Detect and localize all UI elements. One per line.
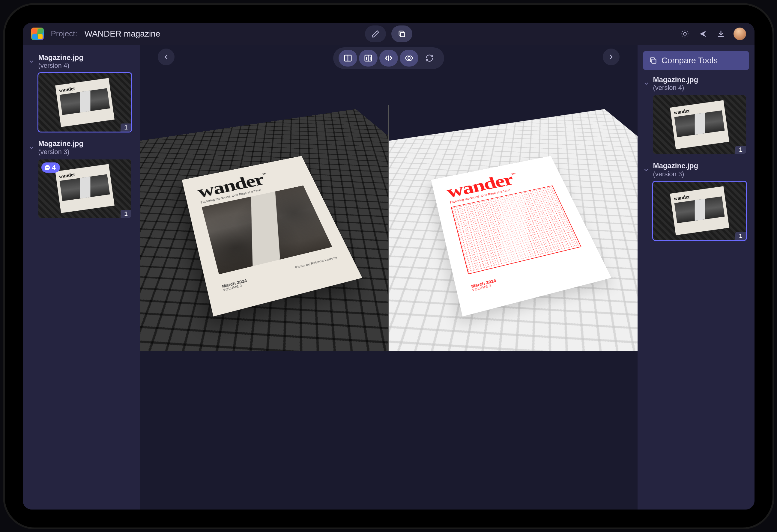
page-count-badge: 1 xyxy=(121,124,131,132)
version-filename: Magazine.jpg xyxy=(653,76,698,84)
svg-point-1 xyxy=(683,32,686,35)
page-count-badge: 1 xyxy=(121,210,131,218)
version-thumbnail[interactable]: wander 1 xyxy=(653,95,746,154)
annotate-mode-button[interactable] xyxy=(365,25,386,42)
project-name: WANDER magazine xyxy=(85,29,160,39)
split-vertical-icon xyxy=(343,54,352,62)
duplicate-icon xyxy=(649,56,657,65)
version-number: (version 3) xyxy=(38,148,84,156)
version-header[interactable]: Magazine.jpg (version 3) xyxy=(28,139,134,156)
version-group: Magazine.jpg (version 4) wander 1 xyxy=(643,76,749,154)
chevron-left-icon xyxy=(162,53,170,61)
version-filename: Magazine.jpg xyxy=(653,161,698,170)
top-right-actions xyxy=(679,28,746,40)
download-icon xyxy=(717,30,725,38)
version-header[interactable]: Magazine.jpg (version 4) xyxy=(28,53,134,70)
swap-icon xyxy=(384,54,393,62)
page-count-badge: 1 xyxy=(735,146,746,154)
refresh-button[interactable] xyxy=(420,50,439,66)
tablet-frame: Project: WANDER magazine xyxy=(5,5,773,528)
top-bar: Project: WANDER magazine xyxy=(23,23,755,45)
chevron-down-icon xyxy=(643,80,650,87)
download-button[interactable] xyxy=(715,28,726,39)
version-group: Magazine.jpg (version 4) wander 1 xyxy=(28,53,134,132)
version-filename: Magazine.jpg xyxy=(38,139,84,148)
version-header[interactable]: Magazine.jpg (version 3) xyxy=(643,161,749,178)
trademark: ™ xyxy=(262,172,266,176)
version-group: Magazine.jpg (version 3) wander 1 xyxy=(643,161,749,240)
compare-pane-left[interactable]: wander™ Exploring the World, One Page at… xyxy=(140,105,389,351)
right-sidebar: Compare Tools Magazine.jpg (version 4) xyxy=(638,45,755,510)
main-area: Magazine.jpg (version 4) wander 1 xyxy=(23,45,755,510)
version-group: Magazine.jpg (version 3) wander xyxy=(28,139,134,218)
share-icon xyxy=(699,30,707,38)
split-book-icon xyxy=(364,54,373,62)
svg-point-4 xyxy=(48,167,48,168)
refresh-icon xyxy=(425,54,434,62)
canvas-area: wander™ Exploring the World, One Page at… xyxy=(140,45,638,510)
svg-rect-13 xyxy=(652,59,656,63)
overlay-button[interactable] xyxy=(400,50,418,66)
version-filename: Magazine.jpg xyxy=(38,53,84,62)
overlay-icon xyxy=(405,54,414,62)
chevron-right-icon xyxy=(607,53,615,61)
compare-tools-title: Compare Tools xyxy=(662,56,718,65)
side-by-side-button[interactable] xyxy=(339,50,357,66)
svg-rect-0 xyxy=(400,32,405,36)
swap-sides-button[interactable] xyxy=(379,50,398,66)
brightness-icon xyxy=(681,30,689,38)
svg-point-2 xyxy=(46,167,46,168)
magazine-credit: Photo by Roberto Larrosa xyxy=(295,256,340,273)
compare-toolbar xyxy=(333,47,444,69)
brightness-button[interactable] xyxy=(679,28,690,39)
version-number: (version 4) xyxy=(38,62,84,70)
trademark: ™ xyxy=(511,172,516,176)
compare-mode-button[interactable] xyxy=(392,25,412,42)
version-thumbnail[interactable]: wander 1 xyxy=(653,182,746,240)
user-avatar[interactable] xyxy=(734,28,746,40)
prev-button[interactable] xyxy=(158,48,175,65)
book-view-button[interactable] xyxy=(359,50,377,66)
chevron-down-icon xyxy=(28,58,35,65)
pencil-icon xyxy=(371,30,380,38)
comment-icon xyxy=(44,164,50,170)
chevron-down-icon xyxy=(643,167,650,173)
page-count-badge: 1 xyxy=(735,232,746,240)
left-sidebar: Magazine.jpg (version 4) wander 1 xyxy=(23,45,140,510)
compare-tools-header: Compare Tools xyxy=(643,51,749,70)
comparison-view: wander™ Exploring the World, One Page at… xyxy=(140,105,638,351)
app-logo[interactable] xyxy=(31,28,44,40)
mode-toggle xyxy=(365,25,412,42)
version-thumbnail[interactable]: wander 1 xyxy=(38,73,131,132)
app-screen: Project: WANDER magazine xyxy=(23,23,755,510)
version-number: (version 3) xyxy=(653,170,698,178)
share-button[interactable] xyxy=(697,28,708,39)
compare-pane-right[interactable]: wander™ Exploring the World, One Page at… xyxy=(388,105,638,351)
version-number: (version 4) xyxy=(653,84,698,92)
next-button[interactable] xyxy=(603,48,620,65)
duplicate-icon xyxy=(398,30,406,38)
svg-point-3 xyxy=(47,167,48,168)
comment-badge[interactable]: 4 xyxy=(41,162,60,173)
comment-count: 4 xyxy=(52,164,56,171)
chevron-down-icon xyxy=(28,144,35,151)
version-thumbnail[interactable]: wander 4 1 xyxy=(38,159,131,218)
version-header[interactable]: Magazine.jpg (version 4) xyxy=(643,76,749,92)
project-label: Project: xyxy=(51,29,77,38)
